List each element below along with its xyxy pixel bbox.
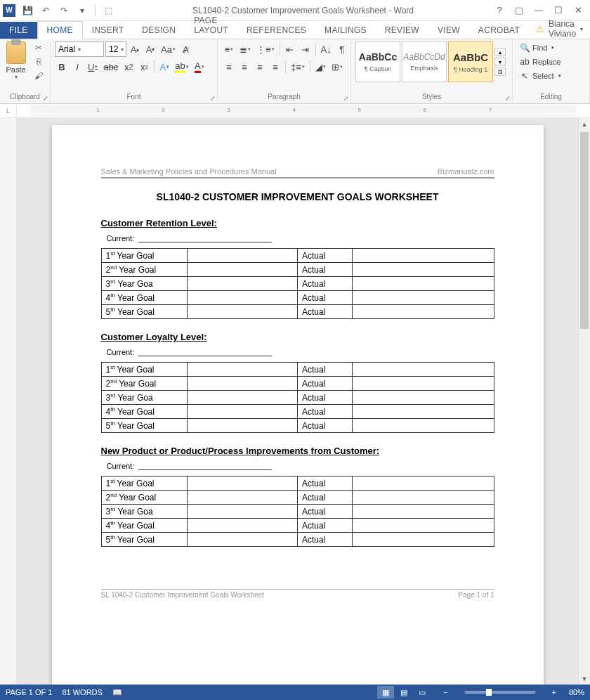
highlight-color-icon[interactable]: ab▾ [173,59,190,74]
page-count[interactable]: PAGE 1 OF 1 [6,688,52,696]
dialog-launcher-icon[interactable]: ⤢ [505,95,511,102]
zoom-slider-knob[interactable] [486,689,492,696]
clear-formatting-icon[interactable]: A̷ [179,41,193,57]
chevron-down-icon: ▾ [15,74,18,80]
maximize-button[interactable]: ☐ [549,3,568,18]
save-icon[interactable]: 💾 [20,3,35,18]
scrollbar-thumb[interactable] [580,132,589,329]
window-title: SL1040-2 Customer Improvement Goals Work… [116,6,490,15]
gallery-down-icon[interactable]: ▾ [494,58,506,66]
table-row: 4th Year GoalActual [101,519,494,533]
table-row: 3rd Year GoaActual [101,505,494,519]
goal-cell: 5th Year Goal [101,533,188,547]
font-name-combo[interactable]: Arial▾ [55,41,104,57]
tab-mailings[interactable]: MAILINGS [315,22,376,39]
dialog-launcher-icon[interactable]: ⤢ [343,95,349,102]
zoom-in-button[interactable]: + [549,688,559,696]
help-icon[interactable]: ? [490,3,509,18]
zoom-slider[interactable] [465,691,535,694]
numbering-icon[interactable]: ≣▾ [237,41,253,57]
vertical-ruler[interactable] [0,118,17,685]
tab-page-layout[interactable]: PAGE LAYOUT [185,12,237,39]
goal-value-cell [188,477,298,491]
bold-button[interactable]: B [55,59,69,74]
proofing-icon[interactable]: 📖 [112,688,122,697]
line-spacing-icon[interactable]: ‡≡▾ [289,59,307,74]
redo-icon[interactable]: ↷ [56,3,72,18]
actual-value-cell [353,291,494,305]
footer-left: SL 1040-2 Customer Improvement Goals Wor… [101,591,264,599]
read-mode-view-icon[interactable]: ▤ [395,686,412,699]
align-center-icon[interactable]: ≡ [237,59,251,74]
qat-customize-icon[interactable]: ▾ [74,3,90,18]
show-marks-icon[interactable]: ¶ [335,41,349,57]
scroll-down-icon[interactable]: ▼ [579,673,590,685]
multilevel-list-icon[interactable]: ⋮≡▾ [254,41,277,57]
tab-design[interactable]: DESIGN [133,22,185,39]
align-right-icon[interactable]: ≡ [253,59,267,74]
decrease-indent-icon[interactable]: ⇤ [283,41,297,57]
tab-file[interactable]: FILE [0,22,37,39]
table-row: 4th Year GoalActual [101,405,494,419]
strikethrough-button[interactable]: abc [101,59,120,74]
style-emphasis[interactable]: AaBbCcDd Emphasis [402,41,447,82]
change-case-icon[interactable]: Aa▾ [159,41,178,57]
goal-value-cell [188,363,298,377]
text-effects-icon[interactable]: A▾ [157,59,171,74]
styles-gallery: AaBbCc ¶ Caption AaBbCcDd Emphasis AaBbC… [355,41,506,82]
tab-view[interactable]: VIEW [428,22,469,39]
minimize-button[interactable]: — [530,3,548,18]
format-painter-icon[interactable]: 🖌 [32,70,46,82]
title-bar: W 💾 ↶ ↷ ▾ ⬚ SL1040-2 Customer Improvemen… [0,0,590,21]
shrink-font-icon[interactable]: A▾ [143,41,157,57]
tab-references[interactable]: REFERENCES [237,22,315,39]
italic-button[interactable]: I [70,59,84,74]
paste-button[interactable]: Paste ▾ [4,41,27,80]
goal-cell: 2nd Year Goal [101,491,188,505]
zoom-level[interactable]: 80% [569,688,584,696]
sort-icon[interactable]: A↓ [319,41,334,57]
font-size-combo[interactable]: 12▾ [105,41,126,57]
find-button[interactable]: 🔍Find▾ [517,41,564,54]
ruler-corner[interactable]: L [0,104,17,118]
ribbon-display-icon[interactable]: ▢ [510,3,528,18]
copy-icon[interactable]: ⎘ [32,56,46,68]
dialog-launcher-icon[interactable]: ⤢ [210,95,216,102]
vertical-scrollbar[interactable]: ▲ ▼ [578,118,590,685]
justify-icon[interactable]: ≡ [268,59,282,74]
font-color-icon[interactable]: A▾ [192,59,206,74]
style-caption[interactable]: AaBbCc ¶ Caption [355,41,400,82]
undo-icon[interactable]: ↶ [38,3,53,18]
document-page[interactable]: Sales & Marketing Policies and Procedure… [52,125,544,685]
borders-icon[interactable]: ⊞▾ [329,59,345,74]
dialog-launcher-icon[interactable]: ⤢ [43,95,48,102]
horizontal-ruler[interactable]: 1 2 3 4 5 6 7 [31,105,576,117]
align-left-icon[interactable]: ≡ [222,59,236,74]
zoom-out-button[interactable]: − [440,688,450,696]
close-button[interactable]: ✕ [569,3,587,18]
touch-mode-icon[interactable]: ⬚ [100,3,116,18]
style-heading-1[interactable]: AaBbC ¶ Heading 1 [448,41,493,82]
grow-font-icon[interactable]: A▴ [128,41,142,57]
scroll-up-icon[interactable]: ▲ [579,118,590,130]
underline-button[interactable]: U▾ [86,59,100,74]
print-layout-view-icon[interactable]: ▦ [377,686,394,699]
tab-review[interactable]: REVIEW [376,22,428,39]
shading-icon[interactable]: ◢▾ [313,59,328,74]
style-name: Emphasis [410,65,438,72]
replace-button[interactable]: abReplace [517,56,564,68]
cut-icon[interactable]: ✂ [32,41,46,54]
word-count[interactable]: 81 WORDS [62,688,102,696]
superscript-button[interactable]: x2 [137,59,151,74]
gallery-expand-icon[interactable]: ⊟ [494,67,506,76]
tab-home[interactable]: HOME [37,21,83,39]
subscript-button[interactable]: x2 [122,59,136,74]
increase-indent-icon[interactable]: ⇥ [299,41,313,57]
user-account[interactable]: ⚠ Bianca Viviano ▾ [529,19,590,39]
gallery-up-icon[interactable]: ▴ [494,48,506,56]
tab-acrobat[interactable]: ACROBAT [469,22,529,39]
tab-insert[interactable]: INSERT [83,22,133,39]
bullets-icon[interactable]: ≡▾ [222,41,236,57]
select-button[interactable]: ↖Select▾ [517,70,564,82]
web-layout-view-icon[interactable]: ▭ [414,686,431,699]
